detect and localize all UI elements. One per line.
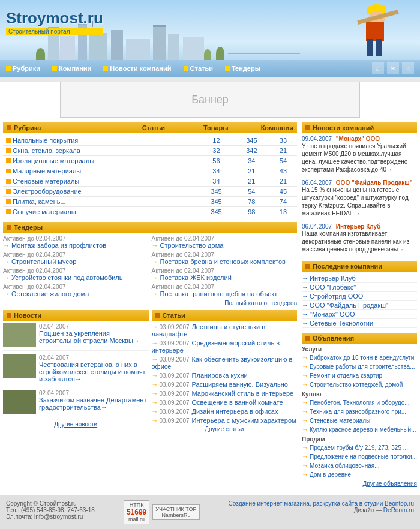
tender-link[interactable]: Поставка гранитного щебня на объект — [160, 290, 278, 297]
nav-company-news[interactable]: Новости компаний — [103, 65, 171, 72]
company-name-link[interactable]: "Монарх" ООО — [310, 311, 355, 318]
deroom-link[interactable]: DeRoom.ru — [383, 507, 414, 513]
article-link[interactable]: Освещение в ванной комнате — [192, 399, 283, 406]
rubric-goods-link[interactable]: 98 — [248, 208, 255, 215]
rubric-companies-link[interactable]: 13 — [280, 208, 287, 215]
ad-link[interactable]: Ремонт и отделка квартир — [310, 372, 382, 379]
tender-link[interactable]: Строительный мусор — [11, 258, 76, 265]
article-link[interactable]: Расширяем ванную. Визуально — [192, 381, 288, 388]
rubric-link[interactable]: Сыпучие материалы — [13, 208, 76, 215]
rubric-link[interactable]: Окна, стекло, зеркала — [13, 147, 80, 154]
article-link[interactable]: Дизайн интерьера в офисах — [192, 408, 278, 415]
tender-link[interactable]: Монтаж забора из профлистов — [11, 242, 106, 249]
rubric-goods-link[interactable]: 345 — [246, 137, 257, 144]
nav-rubrics[interactable]: Рубрики — [6, 65, 40, 72]
rubric-companies-link[interactable]: 43 — [280, 167, 287, 175]
rubric-companies-link[interactable]: 21 — [280, 147, 287, 154]
rubric-link[interactable]: Напольные покрытия — [13, 137, 78, 144]
rubric-companies-link[interactable]: 33 — [280, 137, 287, 144]
ad-link[interactable]: Куплю красное дерево и мебельный... — [310, 426, 416, 433]
rubric-articles-link[interactable]: 32 — [212, 147, 220, 154]
rubric-link[interactable]: Стеновые материалы — [13, 178, 79, 185]
rubric-goods-link[interactable]: 21 — [248, 178, 255, 185]
company-link[interactable]: "Монарх" ООО — [336, 136, 380, 142]
rubric-link[interactable]: Электрооборудование — [13, 188, 82, 195]
news-article-link[interactable]: Заказчиком назначен Департамент градостр… — [39, 396, 146, 411]
list-item: →Стройотряд ООО — [302, 292, 417, 301]
tender-link[interactable]: Поставка бревна и стеновых комплектов — [160, 258, 286, 265]
news-article-link[interactable]: Поцщен за укрепления строительной отрасл… — [39, 330, 140, 344]
table-row: Напольные покрытия 12 345 33 — [3, 136, 297, 146]
rubric-companies-link[interactable]: 21 — [280, 178, 287, 185]
ad-link[interactable]: Продаем трубы б/у 219, 273, 325 ... — [310, 444, 408, 451]
company-link[interactable]: Интерьер Клуб — [336, 223, 380, 230]
footer-design-label: Дизайн — — [354, 507, 382, 513]
rubric-link[interactable]: Плитка, камень... — [13, 198, 66, 205]
rubric-goods-link[interactable]: 34 — [248, 157, 255, 164]
company-name-link[interactable]: Сетевые Технологии — [310, 320, 373, 327]
news-article-link[interactable]: Чествования ветеранов, о них в стройкомп… — [39, 361, 146, 383]
rubric-articles-link[interactable]: 34 — [212, 178, 220, 185]
rubric-articles-link[interactable]: 12 — [212, 137, 220, 144]
nav-extra-button[interactable]: ☆ — [402, 62, 414, 74]
full-catalog-anchor[interactable]: Полный каталог тендеров — [224, 300, 297, 306]
rubric-goods-link[interactable]: 54 — [248, 188, 255, 195]
rubric-articles-link[interactable]: 34 — [212, 167, 220, 175]
nav-articles[interactable]: Статьи — [184, 65, 213, 72]
company-name-link[interactable]: Стройотряд ООО — [310, 293, 363, 300]
rubric-companies-link[interactable]: 54 — [280, 157, 287, 164]
article-link[interactable]: Марокканский стиль в интерьере — [192, 390, 294, 397]
more-news-anchor[interactable]: Другие новости — [54, 421, 97, 428]
ads-item: →Пенобетон. Технология и оборудо... — [302, 398, 417, 407]
tender-link[interactable]: Строительство дома — [160, 242, 224, 249]
mail-badge: НТПК 51699 mail.ru — [124, 500, 149, 524]
row-square-icon — [6, 148, 11, 153]
ad-link[interactable]: Строительство коттеджей, домой — [310, 381, 403, 388]
rubric-articles-link[interactable]: 56 — [212, 157, 220, 164]
company-name-link[interactable]: ООО "Файдаль Продакш" — [310, 302, 388, 309]
ad-link[interactable]: Стеновые материалы — [310, 417, 370, 424]
tender-link[interactable]: Остекление жилого дома — [11, 290, 89, 297]
ad-link[interactable]: Дом в деревне — [310, 471, 351, 478]
rubric-companies-link[interactable]: 74 — [280, 198, 287, 205]
rubric-goods-link[interactable]: 78 — [248, 198, 255, 205]
nav-search-button[interactable]: ✉ — [387, 62, 399, 74]
rubric-link[interactable]: Малярные материалы — [13, 167, 81, 175]
table-row: Окна, стекло, зеркала 32 342 21 — [3, 146, 297, 156]
row-square-icon — [6, 179, 11, 184]
beontop-link[interactable]: Создание интернет магазина, раскрутка са… — [229, 500, 414, 507]
article-link[interactable]: Интерьера с мужским характером — [192, 417, 296, 424]
rubric-goods-link[interactable]: 342 — [246, 147, 257, 154]
tender-link[interactable]: Устройство стоянки под автомобиль — [11, 274, 123, 281]
more-articles-anchor[interactable]: Другие статьи — [205, 426, 244, 432]
table-row: Изоляционные материалы 56 34 54 — [3, 156, 297, 166]
ad-link[interactable]: Мозаика облицовочная... — [310, 462, 380, 469]
ad-link[interactable]: Предложение на подвесные потолки... — [310, 453, 417, 460]
rubric-link[interactable]: Изоляционные материалы — [13, 157, 94, 164]
nb-badge: УЧАСТНИК TOP NambersRu — [152, 504, 199, 520]
company-name-link[interactable]: ООО "Глобакс" — [310, 284, 356, 291]
ads-header: Объявления — [302, 333, 417, 344]
rubric-articles-link[interactable]: 345 — [211, 198, 221, 205]
rubric-goods-link[interactable]: 21 — [248, 167, 255, 175]
company-name-link[interactable]: Интерьер Клуб — [310, 275, 356, 282]
nav-tenders[interactable]: Тендеры — [225, 65, 260, 72]
nav-square-icon — [225, 66, 230, 71]
company-news-section: Новости компаний 09.04.2007 "Монарх" ООО… — [302, 122, 417, 256]
ads-category-item: →Куплю красное дерево и мебельный... — [302, 425, 417, 434]
ad-link[interactable]: Буровые работы для строительства... — [310, 363, 415, 370]
tender-link[interactable]: Поставка ЖБК изделий — [160, 274, 232, 281]
rubric-articles-link[interactable]: 345 — [211, 188, 221, 195]
ad-link[interactable]: Виброкаток до 16 тонн в арендуслуги — [310, 354, 414, 361]
other-ads-anchor[interactable]: Другие объявления — [363, 480, 417, 487]
nav-companies[interactable]: Компании — [52, 65, 91, 72]
rubric-companies-link[interactable]: 45 — [280, 188, 287, 195]
article-link[interactable]: Планировка кухни — [192, 372, 248, 379]
ad-link[interactable]: Техника для разнообразного при... — [310, 408, 406, 415]
ad-link[interactable]: Пенобетон. Технология и оборудо... — [310, 399, 410, 406]
rubric-articles-link[interactable]: 345 — [211, 208, 221, 215]
company-link[interactable]: ООО "Файдаль Продакш" — [336, 179, 413, 186]
banner[interactable]: Баннер — [60, 82, 360, 118]
company-news-item: 06.04.2007 ООО "Файдаль Продакш" На 15 %… — [302, 179, 417, 220]
nav-home-button[interactable]: ⌂ — [372, 62, 384, 74]
